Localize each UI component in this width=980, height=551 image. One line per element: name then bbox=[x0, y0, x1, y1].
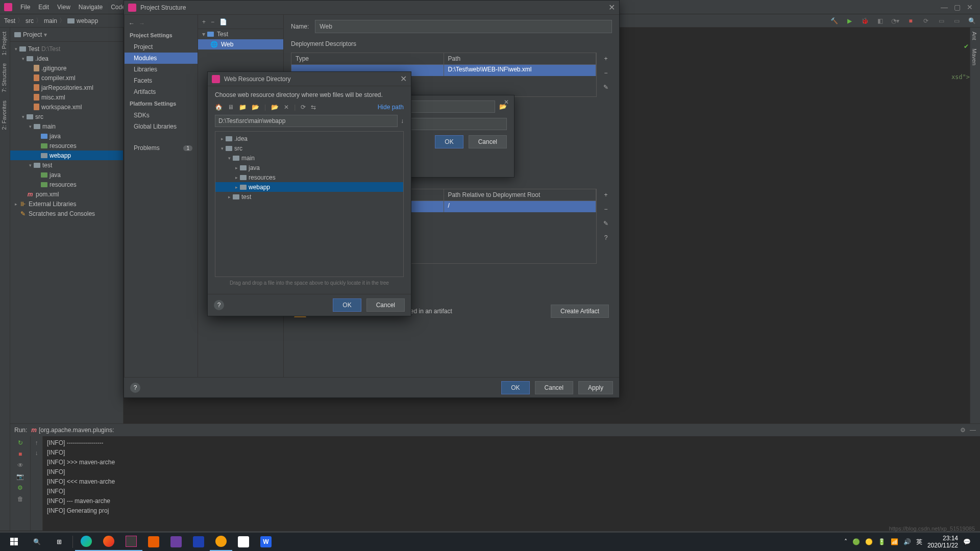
wr-remove-icon[interactable]: − bbox=[600, 203, 612, 215]
vs-icon[interactable] bbox=[165, 533, 187, 551]
menu-view[interactable]: View bbox=[53, 4, 75, 11]
profiler-icon[interactable]: ◔▾ bbox=[891, 17, 899, 25]
name-input[interactable] bbox=[315, 20, 612, 33]
wr-help-icon[interactable]: ? bbox=[600, 232, 612, 244]
minimize-icon[interactable]: — bbox=[941, 3, 948, 11]
close-icon[interactable]: ✕ bbox=[400, 74, 407, 84]
help-button[interactable]: ? bbox=[214, 300, 224, 310]
rerun-icon[interactable]: ↻ bbox=[18, 439, 23, 446]
tree-pom[interactable]: mpom.xml bbox=[10, 189, 123, 199]
debug-icon[interactable]: 🐞 bbox=[861, 17, 869, 25]
stop-icon[interactable]: ■ bbox=[906, 17, 915, 25]
inspection-ok-icon[interactable]: ✔ bbox=[964, 43, 969, 50]
wrd-tree[interactable]: ▸.idea ▾src ▾main ▸java ▸resources ▸weba… bbox=[215, 131, 404, 277]
down-icon[interactable]: ↓ bbox=[35, 449, 38, 457]
wrd-tree-resources[interactable]: ▸resources bbox=[215, 172, 403, 182]
tray-ime-icon[interactable]: 英 bbox=[916, 538, 922, 546]
edge-icon[interactable] bbox=[75, 533, 97, 551]
build-icon[interactable]: 🔨 bbox=[830, 17, 838, 25]
stop-icon[interactable]: ■ bbox=[18, 450, 22, 458]
help-button[interactable]: ? bbox=[130, 383, 140, 393]
tree-src[interactable]: ▾src bbox=[10, 112, 123, 121]
delete-icon[interactable]: ✕ bbox=[284, 104, 289, 111]
ok-button[interactable]: OK bbox=[435, 135, 463, 148]
nav-back-icon[interactable]: ← bbox=[129, 20, 135, 27]
cancel-button[interactable]: Cancel bbox=[469, 135, 507, 148]
close-icon[interactable]: ✕ bbox=[608, 3, 615, 12]
settings-icon[interactable]: ▭ bbox=[952, 17, 961, 25]
wrd-tree-test[interactable]: ▸test bbox=[215, 192, 403, 202]
maximize-icon[interactable]: ▢ bbox=[954, 3, 961, 11]
module-folder-icon[interactable]: 📂 bbox=[252, 104, 259, 111]
tree-main[interactable]: ▾main bbox=[10, 121, 123, 131]
up-icon[interactable]: ↑ bbox=[35, 439, 38, 446]
refresh-icon[interactable]: ⟳ bbox=[301, 104, 306, 111]
close-icon[interactable]: ✕ bbox=[504, 98, 509, 106]
tree-file[interactable]: misc.xml bbox=[10, 92, 123, 102]
tree-webapp[interactable]: webapp bbox=[10, 151, 123, 160]
tray-volume-icon[interactable]: 🔊 bbox=[903, 538, 911, 545]
module-web[interactable]: 🌐 Web bbox=[198, 39, 283, 49]
tab-project[interactable]: 1: Project bbox=[0, 28, 8, 59]
close-icon[interactable]: ✕ bbox=[967, 3, 973, 11]
tree-file[interactable]: compiler.xml bbox=[10, 73, 123, 83]
tab-structure[interactable]: 7: Structure bbox=[0, 59, 8, 96]
tree-test-java[interactable]: java bbox=[10, 170, 123, 180]
path-input[interactable] bbox=[215, 115, 398, 127]
tree-file[interactable]: jarRepositories.xml bbox=[10, 83, 123, 92]
add-module-icon[interactable]: + bbox=[202, 18, 206, 26]
tree-file[interactable]: .gitignore bbox=[10, 63, 123, 73]
history-down-icon[interactable]: ↓ bbox=[401, 115, 404, 127]
dd-edit-icon[interactable]: ✎ bbox=[600, 81, 612, 93]
menu-edit[interactable]: Edit bbox=[34, 4, 53, 11]
tree-scratches[interactable]: ✎Scratches and Consoles bbox=[10, 209, 123, 218]
crumb-webapp[interactable]: webapp bbox=[77, 17, 98, 24]
wrd-tree-src[interactable]: ▾src bbox=[215, 143, 403, 153]
app-icon[interactable] bbox=[210, 533, 232, 551]
ps-item-problems[interactable]: Problems 1 bbox=[125, 142, 198, 154]
cancel-button[interactable]: Cancel bbox=[535, 381, 573, 394]
module-test[interactable]: ▾ Test bbox=[198, 29, 283, 39]
tree-test[interactable]: ▾test bbox=[10, 160, 123, 170]
tray-battery-icon[interactable]: 🔋 bbox=[878, 538, 886, 545]
ps-item-artifacts[interactable]: Artifacts bbox=[125, 86, 198, 97]
nav-forward-icon[interactable]: → bbox=[139, 20, 145, 27]
plugin-icon[interactable]: ⚙ bbox=[17, 484, 23, 491]
tab-maven[interactable]: Maven bbox=[970, 44, 978, 69]
crumb-test[interactable]: Test bbox=[4, 17, 15, 24]
tray-icon[interactable]: 🟢 bbox=[852, 538, 860, 545]
chevron-down-icon[interactable]: ▾ bbox=[44, 31, 47, 38]
apply-button[interactable]: Apply bbox=[578, 381, 613, 394]
hide-path-link[interactable]: Hide path bbox=[378, 104, 404, 111]
wrd-tree-java[interactable]: ▸java bbox=[215, 163, 403, 172]
wrd-tree-webapp[interactable]: ▸webapp bbox=[215, 182, 403, 192]
show-icon[interactable]: 👁 bbox=[17, 462, 23, 469]
show-hidden-icon[interactable]: ⇆ bbox=[311, 104, 316, 111]
wr-edit-icon[interactable]: ✎ bbox=[600, 217, 612, 230]
tray-clock[interactable]: 23:14 2020/11/22 bbox=[927, 535, 958, 549]
dd-add-icon[interactable]: + bbox=[600, 53, 612, 65]
tab-ant[interactable]: Ant bbox=[970, 28, 978, 44]
trash-icon[interactable]: 🗑 bbox=[17, 495, 23, 503]
app-icon[interactable] bbox=[232, 533, 255, 551]
camera-icon[interactable]: 📷 bbox=[16, 473, 24, 480]
search-button[interactable]: 🔍 bbox=[26, 533, 48, 551]
firefox-icon[interactable] bbox=[97, 533, 120, 551]
coverage-icon[interactable]: ◧ bbox=[876, 17, 884, 25]
tree-idea[interactable]: ▾ .idea bbox=[10, 54, 123, 63]
update-icon[interactable]: ⟳ bbox=[922, 17, 930, 25]
ok-button[interactable]: OK bbox=[333, 298, 361, 312]
intellij-icon[interactable] bbox=[120, 533, 142, 551]
ps-item-modules[interactable]: Modules bbox=[125, 53, 198, 64]
project-title[interactable]: Project bbox=[23, 31, 42, 38]
app-icon[interactable] bbox=[187, 533, 210, 551]
tree-test-resources[interactable]: resources bbox=[10, 180, 123, 189]
menu-file[interactable]: File bbox=[16, 4, 34, 11]
tray-chevron-icon[interactable]: ˄ bbox=[844, 538, 847, 545]
ok-button[interactable]: OK bbox=[501, 381, 529, 394]
wr-add-icon[interactable]: + bbox=[600, 189, 612, 201]
new-folder-icon[interactable]: 📂 bbox=[271, 104, 279, 111]
ps-item-project[interactable]: Project bbox=[125, 41, 198, 53]
copy-module-icon[interactable]: 📄 bbox=[219, 18, 227, 26]
ps-item-libraries[interactable]: Libraries bbox=[125, 64, 198, 75]
